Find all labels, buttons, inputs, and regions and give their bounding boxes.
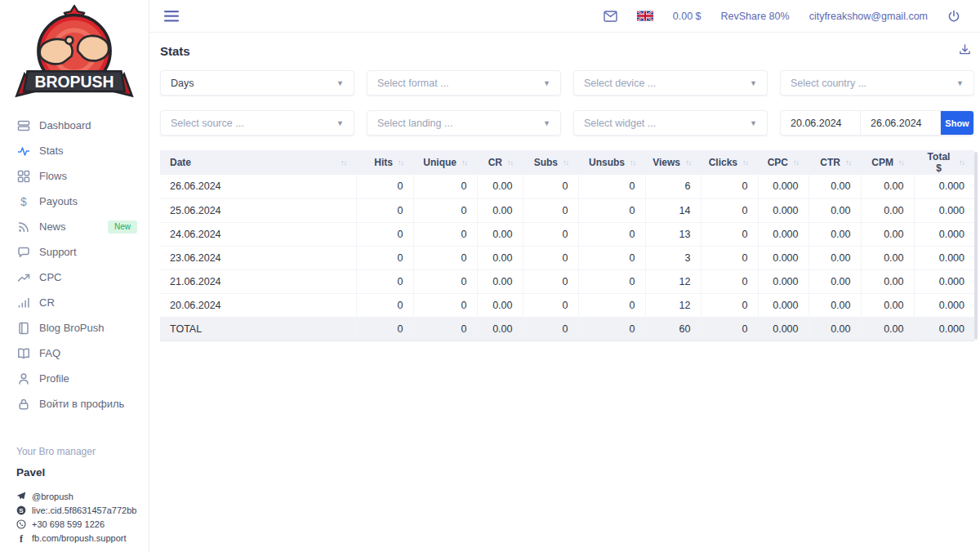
column-label: CPM bbox=[871, 157, 893, 168]
sidebar-item-cr[interactable]: CR bbox=[0, 290, 149, 315]
cr-icon bbox=[16, 296, 30, 309]
column-header-unsubs[interactable]: Unsubs↑↓ bbox=[578, 150, 645, 175]
messages-icon[interactable] bbox=[604, 11, 617, 22]
sidebar-item-profile[interactable]: Profile bbox=[0, 366, 149, 391]
manager-block: Your Bro manager Pavel @bropushS live:.c… bbox=[0, 446, 149, 552]
sort-icon[interactable]: ↑↓ bbox=[630, 158, 635, 167]
table-cell: 0 bbox=[578, 246, 645, 269]
main-area: 0.00 $ RevShare 80% cityfreakshow@gmail.… bbox=[149, 0, 980, 552]
sidebar-item-label: Dashboard bbox=[39, 119, 91, 131]
sort-icon[interactable]: ↑↓ bbox=[845, 158, 851, 167]
column-label: Date bbox=[170, 157, 191, 168]
column-header-hits[interactable]: Hits↑↓ bbox=[356, 150, 413, 175]
widget-select[interactable]: Select widget ... ▼ bbox=[573, 110, 768, 136]
column-header-total[interactable]: Total $↑↓ bbox=[914, 150, 974, 175]
sidebar-item-stats[interactable]: Stats bbox=[0, 138, 149, 163]
sort-icon[interactable]: ↑↓ bbox=[898, 158, 904, 167]
sidebar-item-blog[interactable]: Blog BroPush bbox=[0, 315, 149, 341]
table-cell: 0 bbox=[701, 198, 758, 222]
sort-icon[interactable]: ↑↓ bbox=[959, 158, 964, 167]
sort-icon[interactable]: ↑↓ bbox=[341, 158, 346, 167]
sidebar-item-label: Support bbox=[39, 246, 77, 258]
table-cell: 0 bbox=[523, 198, 578, 222]
column-header-cr[interactable]: CR↑↓ bbox=[477, 150, 523, 175]
page-title: Stats bbox=[160, 44, 974, 58]
source-select[interactable]: Select source ... ▼ bbox=[160, 110, 354, 136]
sort-icon[interactable]: ↑↓ bbox=[742, 158, 748, 167]
widget-select-placeholder: Select widget ... bbox=[584, 118, 656, 129]
show-button[interactable]: Show bbox=[941, 111, 973, 135]
sort-icon[interactable]: ↑↓ bbox=[398, 158, 403, 167]
landing-select-placeholder: Select landing ... bbox=[377, 118, 452, 129]
bropush-logo[interactable]: BROPUSH bbox=[0, 0, 149, 108]
sort-icon[interactable]: ↑↓ bbox=[685, 158, 691, 167]
table-scrollbar[interactable] bbox=[974, 152, 978, 340]
period-select[interactable]: Days ▼ bbox=[160, 70, 354, 96]
sidebar-item-news[interactable]: NewsNew bbox=[0, 214, 149, 239]
column-header-views[interactable]: Views↑↓ bbox=[645, 150, 701, 175]
country-select[interactable]: Select country ... ▼ bbox=[780, 70, 974, 96]
balance[interactable]: 0.00 $ bbox=[673, 11, 702, 22]
manager-label: Your Bro manager bbox=[16, 446, 140, 457]
table-cell: 0.00 bbox=[477, 222, 523, 246]
column-header-subs[interactable]: Subs↑↓ bbox=[523, 150, 578, 175]
date-from-input[interactable]: 20.06.2024 bbox=[781, 111, 861, 135]
table-cell: 0 bbox=[356, 246, 413, 269]
sidebar-item-cpc[interactable]: CPC bbox=[0, 265, 149, 290]
sidebar-item-label: FAQ bbox=[39, 347, 60, 359]
sort-icon[interactable]: ↑↓ bbox=[793, 158, 799, 167]
account-email[interactable]: cityfreakshow@gmail.com bbox=[809, 11, 928, 22]
chevron-down-icon: ▼ bbox=[750, 79, 757, 87]
table-cell: 0.00 bbox=[861, 293, 914, 317]
chevron-down-icon: ▼ bbox=[543, 119, 550, 127]
table-cell: 0 bbox=[701, 293, 758, 317]
sidebar-item-label: Stats bbox=[39, 145, 64, 157]
sidebar-item-support[interactable]: Support bbox=[0, 239, 149, 265]
column-header-date[interactable]: Date↑↓ bbox=[160, 150, 356, 175]
landing-select[interactable]: Select landing ... ▼ bbox=[367, 110, 561, 136]
column-header-clicks[interactable]: Clicks↑↓ bbox=[701, 150, 758, 175]
sidebar-nav: Dashboard Stats Flows$ Payouts NewsNew S… bbox=[0, 108, 149, 416]
contact-whatsapp[interactable]: +30 698 599 1226 bbox=[16, 519, 140, 529]
menu-toggle-icon[interactable] bbox=[164, 11, 179, 22]
column-header-cpc[interactable]: CPC↑↓ bbox=[758, 150, 808, 175]
contact-facebook[interactable]: f fb.com/bropush.support bbox=[16, 533, 140, 543]
column-label: Total $ bbox=[924, 151, 954, 174]
column-header-unique[interactable]: Unique↑↓ bbox=[413, 150, 477, 175]
sidebar-item-label: News bbox=[39, 220, 66, 233]
sort-icon[interactable]: ↑↓ bbox=[563, 158, 568, 167]
sidebar-item-flows[interactable]: Flows bbox=[0, 163, 149, 189]
format-select[interactable]: Select format ... ▼ bbox=[367, 70, 561, 96]
table-cell: 0 bbox=[523, 175, 578, 198]
sort-icon[interactable]: ↑↓ bbox=[507, 158, 513, 167]
chevron-down-icon: ▼ bbox=[956, 79, 964, 87]
device-select[interactable]: Select device ... ▼ bbox=[573, 70, 768, 96]
table-cell: 0.00 bbox=[861, 269, 914, 293]
sidebar-item-payouts[interactable]: $ Payouts bbox=[0, 189, 149, 214]
download-icon[interactable] bbox=[959, 43, 971, 59]
sort-icon[interactable]: ↑↓ bbox=[461, 158, 467, 167]
date-to-input[interactable]: 26.06.2024 bbox=[861, 111, 941, 135]
logout-icon[interactable] bbox=[947, 10, 960, 23]
table-cell: 0 bbox=[578, 222, 645, 246]
app-window: BROPUSH Dashboard Stats Flows$ Payouts N… bbox=[0, 0, 980, 552]
sidebar-item-lock[interactable]: Войти в профиль bbox=[0, 391, 149, 416]
column-header-ctr[interactable]: CTR↑↓ bbox=[808, 150, 861, 175]
column-label: CPC bbox=[768, 157, 788, 168]
language-flag-icon[interactable] bbox=[637, 11, 653, 21]
contact-telegram[interactable]: @bropush bbox=[16, 492, 140, 501]
table-cell: 0.00 bbox=[808, 246, 861, 269]
contact-skype[interactable]: S live:.cid.5f8631457a772bb bbox=[16, 505, 140, 515]
sidebar-item-dashboard[interactable]: Dashboard bbox=[0, 113, 149, 138]
table-cell: 0.00 bbox=[477, 269, 523, 293]
table-cell: 0.00 bbox=[808, 317, 861, 341]
column-header-cpm[interactable]: CPM↑↓ bbox=[861, 150, 914, 175]
table-cell: 0.00 bbox=[861, 198, 914, 222]
sidebar-item-faq[interactable]: FAQ bbox=[0, 341, 149, 366]
topbar: 0.00 $ RevShare 80% cityfreakshow@gmail.… bbox=[149, 0, 980, 33]
svg-text:S: S bbox=[19, 507, 24, 514]
table-cell: 6 bbox=[645, 175, 701, 198]
news-icon bbox=[16, 220, 30, 234]
sidebar-item-label: Payouts bbox=[39, 195, 78, 207]
column-label: Hits bbox=[374, 157, 393, 168]
